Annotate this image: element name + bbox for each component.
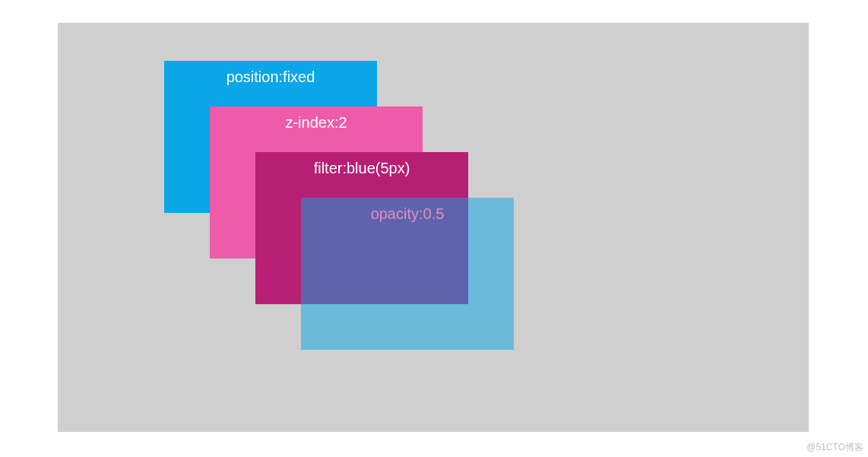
layer-box-opacity: opacity:0.5 [301,198,514,350]
watermark: @51CTO博客 [806,441,863,454]
diagram-canvas: position:fixed z-index:2 filter:blue(5px… [58,23,809,432]
layer-label: position:fixed [227,68,315,85]
layer-label: filter:blue(5px) [314,160,410,176]
layer-label: opacity:0.5 [371,205,445,222]
layer-label: z-index:2 [285,114,347,131]
